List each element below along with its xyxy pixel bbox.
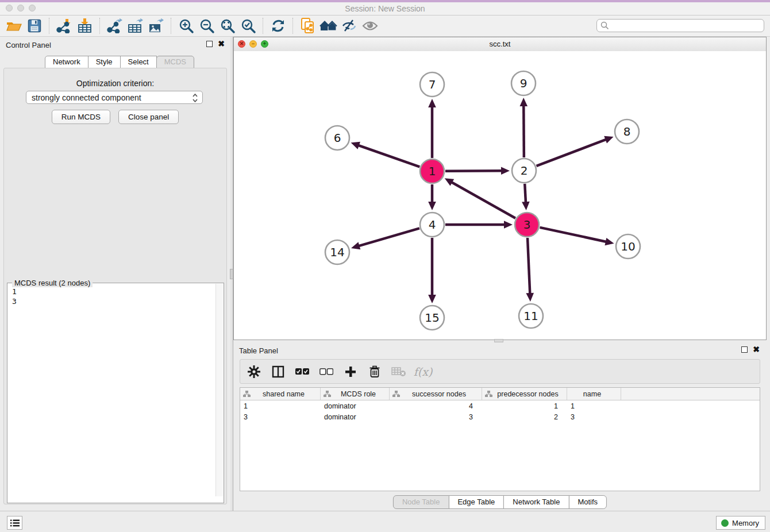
float-table-panel-icon[interactable]: [741, 346, 748, 353]
node-table[interactable]: shared name MCDS role successor nodes pr…: [240, 387, 760, 491]
graph-node-label: 3: [523, 218, 531, 232]
column-header-mcds-role[interactable]: MCDS role: [321, 388, 390, 400]
network-canvas[interactable]: 7968124314101511: [234, 51, 766, 340]
column-header-name[interactable]: name: [567, 388, 621, 400]
network-file-icon: [301, 18, 315, 34]
graph-edge[interactable]: [537, 139, 607, 166]
graph-edge-arrowhead: [428, 99, 436, 107]
column-namespace-icon: [392, 391, 400, 398]
optimization-criterion-label: Optimization criterion:: [0, 79, 230, 88]
search-input[interactable]: [609, 21, 764, 30]
table-cell: 3: [240, 413, 321, 422]
open-session-button[interactable]: [3, 17, 24, 35]
delete-table-icon: [391, 367, 406, 377]
graph-edge[interactable]: [357, 145, 419, 167]
tab-edge-table[interactable]: Edge Table: [448, 495, 504, 509]
table-settings-button[interactable]: [246, 364, 262, 380]
float-panel-icon[interactable]: [206, 41, 213, 47]
table-panel-title: Table Panel: [239, 346, 278, 355]
tab-motifs[interactable]: Motifs: [568, 495, 607, 509]
table-row[interactable]: 3dominator323: [240, 413, 760, 422]
task-history-button[interactable]: [7, 516, 22, 530]
graph-node-label: 15: [425, 311, 439, 325]
export-network-button[interactable]: [105, 17, 125, 35]
node-table-body: 1dominator4113dominator323: [240, 402, 760, 422]
column-header-predecessor-nodes[interactable]: predecessor nodes: [482, 388, 567, 400]
mcds-result-title: MCDS result (2 nodes): [12, 279, 93, 287]
column-header-successor-nodes[interactable]: successor nodes: [390, 388, 482, 400]
criterion-select[interactable]: strongly connected component: [26, 91, 203, 104]
tab-mcds[interactable]: MCDS: [156, 56, 194, 68]
graph-node-label: 8: [623, 125, 631, 138]
graph-node-label: 2: [521, 164, 528, 178]
zoom-in-icon: [179, 18, 194, 34]
graph-edge-arrowhead: [604, 136, 613, 144]
table-row[interactable]: 1dominator411: [240, 402, 760, 411]
graph-edge[interactable]: [523, 105, 524, 157]
show-all-button[interactable]: [360, 17, 380, 35]
table-cell: dominator: [321, 402, 390, 411]
tab-network-table[interactable]: Network Table: [503, 495, 569, 509]
hide-selected-button[interactable]: [339, 17, 360, 35]
column-namespace-icon: [243, 391, 251, 398]
export-image-button[interactable]: [146, 17, 167, 35]
table-cell: 4: [390, 402, 482, 411]
toolbar-separator: [292, 18, 294, 34]
select-all-rows-button[interactable]: [294, 364, 310, 380]
run-mcds-button[interactable]: Run MCDS: [52, 110, 110, 124]
result-scrollbar[interactable]: [215, 284, 223, 496]
close-table-panel-icon[interactable]: ✖: [753, 346, 760, 353]
export-table-button[interactable]: [125, 17, 146, 35]
memory-button[interactable]: Memory: [716, 516, 765, 530]
node-table-header: shared name MCDS role successor nodes pr…: [240, 388, 760, 400]
table-tabs: Node Table Edge Table Network Table Moti…: [393, 495, 607, 509]
network-window-titlebar[interactable]: ✕ − + scc.txt: [234, 37, 766, 52]
search-box[interactable]: [596, 19, 764, 32]
column-header-shared-name[interactable]: shared name: [240, 388, 321, 400]
table-toolbar: f(x): [240, 359, 760, 384]
tab-select[interactable]: Select: [120, 56, 157, 68]
show-columns-button[interactable]: [270, 364, 286, 380]
first-neighbors-button[interactable]: [318, 17, 339, 35]
create-column-button[interactable]: [342, 364, 359, 380]
graph-edge-arrowhead: [519, 98, 528, 106]
close-panel-button[interactable]: Close panel: [118, 110, 179, 124]
memory-status-icon: [721, 519, 729, 527]
close-panel-icon[interactable]: ✖: [218, 41, 225, 47]
import-network-icon: [56, 18, 72, 33]
zoom-out-button[interactable]: [197, 17, 217, 35]
select-stepper-icon: [192, 93, 198, 105]
new-network-from-selection-button[interactable]: [298, 17, 318, 35]
toolbar-separator: [171, 18, 172, 34]
zoom-selected-button[interactable]: [238, 17, 259, 35]
table-panel-header: Table Panel ✖: [233, 342, 767, 358]
graph-edge[interactable]: [358, 228, 419, 246]
graph-node-label: 9: [520, 76, 528, 90]
apply-layout-button[interactable]: [268, 17, 288, 35]
graph-edge[interactable]: [528, 238, 530, 295]
unchecked-boxes-icon: [319, 368, 333, 375]
window-title: Session: New Session: [0, 4, 770, 13]
graph-edge[interactable]: [451, 182, 515, 218]
tab-style[interactable]: Style: [88, 56, 121, 68]
table-cell: dominator: [321, 413, 390, 422]
show-eye-icon: [362, 20, 378, 32]
save-session-button[interactable]: [24, 17, 45, 35]
import-network-button[interactable]: [54, 17, 75, 35]
graph-edge[interactable]: [445, 171, 503, 171]
deselect-all-rows-button[interactable]: [318, 364, 334, 380]
tab-network[interactable]: Network: [45, 56, 88, 68]
zoom-in-button[interactable]: [176, 17, 197, 35]
column-namespace-icon: [485, 391, 492, 398]
control-panel-header: Control Panel ✖: [0, 37, 230, 53]
zoom-fit-button[interactable]: [217, 17, 238, 35]
import-table-button[interactable]: [75, 17, 95, 35]
graph-node-label: 4: [429, 218, 436, 232]
graph-edge[interactable]: [540, 228, 607, 242]
delete-table-button-disabled: [391, 364, 407, 380]
mcds-result-line: 1: [12, 287, 17, 296]
graph-edge[interactable]: [525, 184, 526, 203]
checked-boxes-icon: [295, 368, 309, 375]
tab-node-table[interactable]: Node Table: [393, 495, 449, 509]
delete-column-button[interactable]: [367, 364, 383, 380]
